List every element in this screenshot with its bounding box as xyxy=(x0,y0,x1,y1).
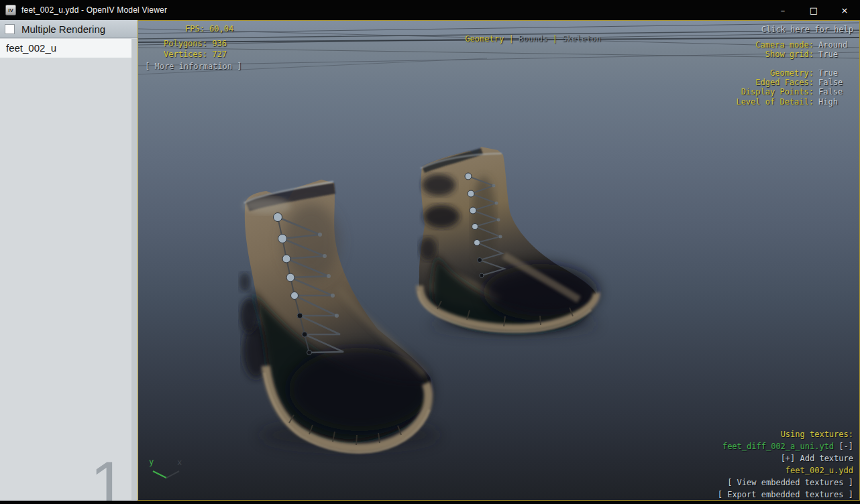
more-information-button[interactable]: [ More information ] xyxy=(145,62,242,71)
tab-separator: | xyxy=(547,34,562,44)
tab-skeleton[interactable]: Skeleton xyxy=(562,34,601,44)
fps-counter: FPS: 60,04 xyxy=(185,24,233,34)
maximize-button[interactable]: □ xyxy=(798,0,829,20)
help-link[interactable]: Click here for help xyxy=(761,25,853,34)
view-embedded-textures-button[interactable]: [ View embedded textures ] xyxy=(727,477,853,489)
model-file-name: feet_002_u.ydd xyxy=(786,464,853,477)
sidebar-item-feet-002-u[interactable]: feet_002_u xyxy=(0,39,131,58)
axis-x-label: x xyxy=(177,458,182,467)
close-button[interactable]: × xyxy=(829,0,860,20)
level-of-detail-row: Level of Detail: High xyxy=(736,97,853,107)
camera-settings: Camera mode: Around Show grid: True xyxy=(755,40,853,59)
page-number-watermark: 1 xyxy=(0,452,126,504)
geometry-label: Geometry: xyxy=(770,68,814,78)
render-mode-tabs: Geometry | Bounds | Skeleton xyxy=(436,25,601,53)
remove-texture-button[interactable]: [-] xyxy=(839,442,853,451)
viewport[interactable]: y x FPS: 60,04 Polygons: 936 Vertices: 7… xyxy=(138,20,860,501)
model-list-sidebar: Multiple Rendering feet_002_u 1 xyxy=(0,20,138,501)
sidebar-scrollbar[interactable] xyxy=(131,39,137,500)
window-title: feet_002_u.ydd - OpenIV Model Viewer xyxy=(21,5,167,15)
level-of-detail-value: High xyxy=(818,97,853,107)
show-grid-label: Show grid: xyxy=(765,50,814,59)
app-window: IV feet_002_u.ydd - OpenIV Model Viewer … xyxy=(0,0,860,504)
camera-mode-value: Around xyxy=(818,40,853,50)
edged-faces-value: False xyxy=(818,78,853,87)
add-texture-button[interactable]: [+] Add texture xyxy=(781,452,853,464)
polygons-stat: Polygons: 936 xyxy=(164,39,227,48)
multiple-rendering-header: Multiple Rendering xyxy=(0,20,138,38)
title-bar[interactable]: IV feet_002_u.ydd - OpenIV Model Viewer … xyxy=(0,0,860,20)
app-icon: IV xyxy=(5,5,16,15)
texture-entry-row: feet_diff_002_a_uni.ytd [-] xyxy=(722,440,853,452)
display-settings: Geometry: True Edged Faces: False Displa… xyxy=(736,68,853,107)
axis-gizmo: y x xyxy=(149,457,182,478)
tab-geometry[interactable]: Geometry xyxy=(465,34,504,44)
window-controls: – □ × xyxy=(767,0,860,20)
left-boot xyxy=(239,180,431,452)
right-boot xyxy=(419,147,598,332)
textures-panel: Using textures: feet_diff_002_a_uni.ytd … xyxy=(718,428,853,501)
display-points-row: Display Points: False xyxy=(736,87,853,97)
level-of-detail-label: Level of Detail: xyxy=(736,97,814,107)
show-grid-row: Show grid: True xyxy=(755,50,853,59)
camera-mode-label: Camera mode: xyxy=(755,40,814,50)
edged-faces-label: Edged Faces: xyxy=(755,78,814,87)
multiple-rendering-label: Multiple Rendering xyxy=(21,23,105,35)
tab-bounds[interactable]: Bounds xyxy=(519,34,547,44)
axis-y-label: y xyxy=(149,457,154,466)
camera-mode-row: Camera mode: Around xyxy=(755,40,853,50)
using-textures-header: Using textures: xyxy=(781,428,853,440)
export-embedded-textures-button[interactable]: [ Export embedded textures ] xyxy=(718,489,853,501)
display-points-label: Display Points: xyxy=(741,87,814,97)
edged-faces-row: Edged Faces: False xyxy=(736,78,853,87)
window-bottom-edge xyxy=(0,501,860,504)
display-points-value: False xyxy=(818,87,853,97)
show-grid-value: True xyxy=(818,50,853,59)
vertices-stat: Vertices: 727 xyxy=(164,50,227,59)
geometry-value: True xyxy=(818,68,853,78)
geometry-row: Geometry: True xyxy=(736,68,853,78)
texture-name: feet_diff_002_a_uni.ytd xyxy=(722,442,834,451)
multiple-rendering-checkbox[interactable] xyxy=(5,24,15,34)
tab-separator: | xyxy=(504,34,519,44)
minimize-button[interactable]: – xyxy=(767,0,798,20)
